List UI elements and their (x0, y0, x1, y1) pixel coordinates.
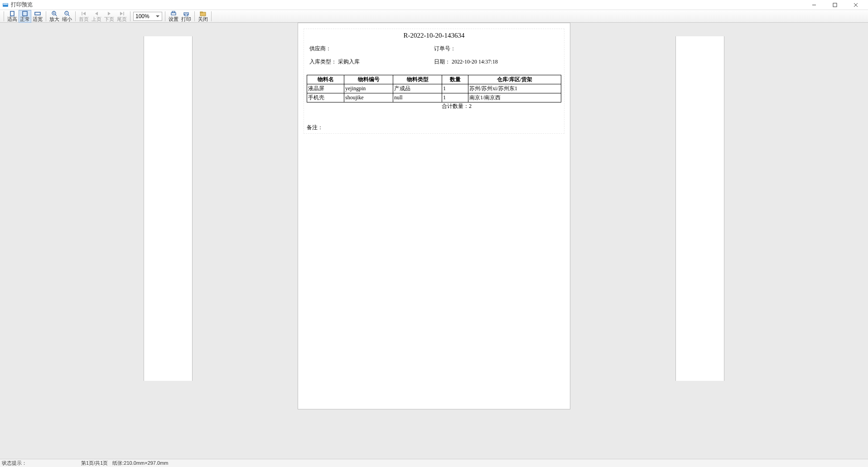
cell-name: 液晶屏 (307, 84, 344, 93)
folder-close-icon (199, 11, 207, 16)
printer-settings-icon (170, 11, 177, 16)
svg-rect-1 (3, 4, 8, 5)
toolbar: 适高 正常 适宽 放大 缩小 首页 上页 (0, 10, 868, 23)
settings-button[interactable]: 设置 (167, 10, 180, 23)
window-controls (804, 0, 866, 10)
next-page-button[interactable]: 下页 (103, 10, 116, 23)
minimize-icon (812, 3, 816, 7)
intype-field: 入库类型： 采购入库 (309, 58, 434, 66)
preview-area[interactable]: R-2022-10-20-143634 供应商： 订单号： 入库类型： 采购入库 (0, 23, 868, 459)
cell-location: 苏州/苏州xi/苏州东1 (468, 84, 561, 93)
toolbar-separator (4, 11, 4, 21)
window-title: 打印预览 (11, 1, 804, 9)
fit-width-icon (34, 11, 41, 16)
svg-rect-25 (185, 14, 188, 16)
close-button[interactable]: 关闭 (197, 10, 209, 23)
normal-zoom-icon (21, 11, 29, 16)
table-body: 液晶屏 yejingpin 产成品 1 苏州/苏州xi/苏州东1 手机壳 sho… (307, 84, 561, 102)
th-location: 仓库/库区/货架 (468, 75, 561, 84)
svg-rect-8 (35, 12, 40, 15)
printer-icon (183, 11, 190, 16)
svg-marker-18 (95, 12, 98, 15)
supplier-label: 供应商： (309, 45, 331, 52)
info-row-2: 入库类型： 采购入库 日期： 2022-10-20 14:37:18 (306, 57, 562, 67)
statusbar: 状态提示： 第1页/共1页 纸张:210.0mm×297.0mm (0, 459, 868, 467)
normal-zoom-button[interactable]: 正常 (19, 10, 31, 23)
fit-height-button[interactable]: 适高 (6, 10, 19, 23)
close-window-button[interactable] (845, 0, 866, 10)
table-header: 物料名 物料编号 物料类型 数量 仓库/库区/货架 (307, 75, 561, 84)
app-icon (2, 1, 9, 9)
zoom-select-wrap (133, 12, 162, 21)
status-paper: 纸张:210.0mm×297.0mm (112, 460, 168, 467)
svg-rect-22 (171, 13, 176, 15)
th-name: 物料名 (307, 75, 344, 84)
svg-rect-7 (23, 11, 27, 16)
order-label: 订单号： (434, 45, 456, 52)
toolbar-separator (194, 11, 195, 21)
toolbar-separator (75, 11, 76, 21)
first-page-icon (80, 11, 87, 16)
page-content: R-2022-10-20-143634 供应商： 订单号： 入库类型： 采购入库 (304, 29, 564, 134)
close-group: 关闭 (197, 10, 209, 23)
svg-rect-23 (172, 11, 175, 13)
cell-location: 南京1/南京西 (468, 93, 561, 102)
paper-value: 210.0mm×297.0mm (124, 460, 168, 466)
svg-line-14 (68, 15, 69, 16)
close-icon (854, 3, 858, 7)
first-page-button[interactable]: 首页 (77, 10, 90, 23)
toolbar-separator (211, 11, 212, 21)
print-label: 打印 (181, 16, 191, 22)
svg-rect-27 (200, 12, 203, 13)
supplier-field: 供应商： (309, 45, 434, 53)
order-field: 订单号： (434, 45, 559, 53)
cell-code: shoujike (344, 93, 393, 102)
zoom-group: 放大 缩小 (48, 10, 73, 23)
page-strip: R-2022-10-20-143634 供应商： 订单号： 入库类型： 采购入库 (144, 23, 724, 409)
fit-height-label: 适高 (7, 16, 17, 22)
last-page-label: 尾页 (117, 16, 127, 22)
intype-value: 采购入库 (338, 58, 360, 65)
toolbar-separator (130, 11, 130, 21)
minimize-button[interactable] (804, 0, 825, 10)
th-type: 物料类型 (393, 75, 442, 84)
last-page-button[interactable]: 尾页 (116, 10, 128, 23)
cell-name: 手机壳 (307, 93, 344, 102)
date-label: 日期： (434, 58, 450, 65)
first-page-label: 首页 (79, 16, 89, 22)
zoom-select[interactable] (133, 12, 162, 21)
zoom-out-icon (63, 11, 71, 16)
titlebar: 打印预览 (0, 0, 868, 10)
settings-label: 设置 (169, 16, 178, 22)
table-row: 手机壳 shoujike null 1 南京1/南京西 (307, 93, 561, 102)
cell-code: yejingpin (344, 84, 393, 93)
materials-table: 物料名 物料编号 物料类型 数量 仓库/库区/货架 液晶屏 yejingpin … (307, 75, 561, 102)
cell-type: 产成品 (393, 84, 442, 93)
date-field: 日期： 2022-10-20 14:37:18 (434, 58, 559, 66)
fit-width-button[interactable]: 适宽 (31, 10, 44, 23)
close-label: 关闭 (198, 16, 208, 22)
action-group: 设置 打印 (167, 10, 193, 23)
th-qty: 数量 (442, 75, 468, 84)
paper-label: 纸张: (112, 460, 124, 466)
svg-rect-3 (833, 3, 837, 7)
remark-field: 备注： (307, 124, 561, 131)
prev-page-button[interactable]: 上页 (90, 10, 103, 23)
svg-rect-6 (10, 11, 14, 16)
total-value: 2 (469, 103, 472, 109)
print-button[interactable]: 打印 (180, 10, 193, 23)
svg-line-10 (55, 15, 57, 16)
status-hint: 状态提示： (2, 460, 27, 467)
next-page-slot (675, 36, 724, 381)
cell-qty: 1 (442, 84, 468, 93)
zoom-in-label: 放大 (49, 16, 59, 22)
zoom-fit-group: 适高 正常 适宽 (6, 10, 44, 23)
status-hint-label: 状态提示： (2, 460, 27, 466)
maximize-button[interactable] (825, 0, 845, 10)
zoom-out-button[interactable]: 缩小 (61, 10, 73, 23)
status-page: 第1页/共1页 (81, 460, 108, 467)
prev-page-slot (144, 36, 193, 381)
total-row: 合计数量：2 (306, 102, 562, 110)
zoom-in-button[interactable]: 放大 (48, 10, 61, 23)
info-row-1: 供应商： 订单号： (306, 44, 562, 54)
